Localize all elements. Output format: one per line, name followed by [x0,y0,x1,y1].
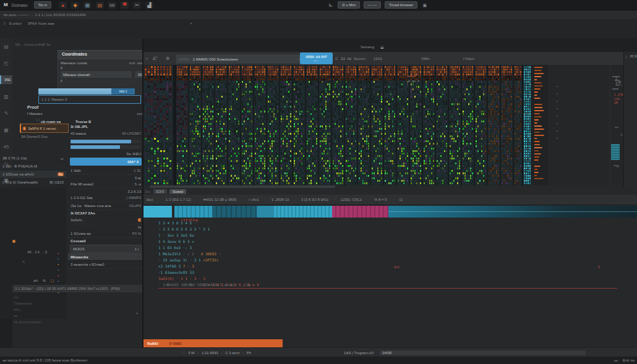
tab-yours[interactable]: 3P6A Yours aaa [28,21,54,26]
tab-e33[interactable]: E3/3 [153,189,167,194]
s2-icon[interactable]: S2 [341,56,345,61]
device-button[interactable]: D u Mini [338,1,360,9]
code-line-1[interactable]: 1 3 4 3 6 3 4 5 · [158,220,635,226]
band-segment-fade[interactable] [388,206,637,218]
slider-handle[interactable]: MM 3 [111,88,135,95]
rail-item-5[interactable]: ▦ [0,125,12,134]
layer-row-1[interactable]: 1 3Et · B PVEAUA.M [0,163,66,171]
menu-domains[interactable]: Domaso [12,2,28,8]
odun-item[interactable]: f Odun [463,56,474,61]
tray-icon[interactable]: ▣ [422,2,427,8]
crumb-item-7[interactable]: % 8 = 5 [374,198,387,201]
code-line-9[interactable]: ·1 63aeav3vO3 33 [158,269,635,276]
code-line-6[interactable]: 1 Mo3a33t3 · / 2 A 36E03 · [158,251,635,257]
timeline-band[interactable] [143,206,637,218]
bottom-right-text[interactable]: Entr se [623,358,635,362]
code-line-7[interactable]: · 33 ao3ay 3( · 3 1 +3FT33( [158,257,635,263]
af-icon[interactable]: A£ [347,56,351,61]
recent-item-2[interactable]: NG~ [14,307,140,313]
user-icon[interactable]: ◆ [71,2,79,9]
timed-browser-button[interactable]: Timed browser [385,1,417,9]
chevron-up-icon[interactable]: ▴ [136,310,138,315]
b-badge[interactable]: 3B [630,54,633,58]
zoom-slider[interactable]: MM 3 [38,88,135,95]
cut-icon[interactable]: ✂ [133,2,141,9]
rail-item-1[interactable]: ◰ [0,59,12,67]
row-f-label[interactable]: f Maeaes [27,112,43,116]
text-field[interactable]: M(3O31 i [70,245,142,253]
tab-soasd[interactable]: Soasd [169,189,186,194]
crumb-item-8[interactable]: (1 [400,198,403,201]
layer-row-3[interactable]: { 40'a 3( OaraAeaa0sB) CE23 [0,179,66,187]
rail-item-3[interactable]: ▥ [0,92,12,101]
chevron-down-icon[interactable]: ▾ [190,21,192,26]
own-item[interactable]: OWn [421,56,430,61]
delta-icon[interactable]: Δ° [153,56,157,61]
recent-item-3[interactable]: ae [14,313,140,319]
copy-icon[interactable]: ⧉ [43,278,45,283]
code-line-5[interactable]: 1 1 O3 6o3 ·: 3 [158,245,635,251]
m-badge[interactable]: 3M [634,54,637,58]
crumb-item-2[interactable]: #4001 3J 3B µ 3805 [203,198,236,201]
band-segment-cyan-med[interactable] [257,206,274,218]
code-line-10[interactable]: 3a63(6( · 3 1 · 3 · 3 [158,276,635,282]
rail-item-6[interactable]: 45 [0,142,12,151]
lin1-item[interactable]: 12A1 [374,56,382,61]
band-segment-cyan-bright[interactable] [143,206,172,218]
code-line-2[interactable]: · 3 3 6 6 3 6 3 3 ° 3 1 [158,226,635,232]
split-button[interactable]: — — [364,1,381,9]
toggle-icon[interactable]: ⬓ [380,44,384,49]
recent-item-1[interactable]: Thateawvei [14,300,140,307]
rail-item-0[interactable]: ▤ [0,42,12,51]
refresh-icon[interactable]: ↻ [22,260,25,265]
layer-row-2[interactable]: 1 S3Goar oa aAvGBa [0,171,66,179]
mini-icon-3[interactable]: ▪ [58,268,64,273]
recent-item-0[interactable]: C1 [14,294,140,300]
warning-icon[interactable]: ▢ [51,278,54,283]
crumb-item-1[interactable]: 1 3 i302 1,7 C2 [166,198,191,201]
tab-onion[interactable]: S onion [9,21,21,26]
menu-trim-button[interactable]: Tw m [34,1,51,9]
dataset-dropdown[interactable]: 30000 1 MMMS O00 Soiactioseee ▾ [175,54,304,64]
code-line-4[interactable]: 1 4 3ovw 6 6 3 + [158,239,635,245]
crumb-item-4[interactable]: 3 ,2838 13 [271,198,289,201]
recent-item-4[interactable]: nb sound reason [14,319,140,325]
grid-icon[interactable]: ▦ [83,2,92,9]
layers-icon[interactable]: ▤ [96,2,104,9]
selected-range-field[interactable]: 1 1 1 'Maeaet 3' · [38,95,141,104]
code-editor[interactable]: 1 3 4 3 6 3 4 5 ·· 3 3 6 6 3 6 3 3 ° 3 1… [158,220,635,289]
status-meter[interactable]: 04/05 [380,350,586,355]
crumb-item-5[interactable]: 3 [3 8 3O 8.9A1] [301,198,328,201]
c-icon[interactable]: C [335,56,338,61]
record-dot[interactable] [12,240,15,243]
mini-icon-2[interactable]: ▪ [58,262,64,268]
layer-row-0[interactable]: 3B 3 T6 (1 Oa)↩ [0,154,66,163]
crumb-item-0[interactable]: 3av) [146,198,153,201]
code-line-3[interactable]: [ · 3ov 3 3e3 6a [158,232,635,239]
chart-icon[interactable]: ▟ [145,2,153,9]
text-tool-icon[interactable]: aA [33,278,38,283]
band-segment-cyan-tex2[interactable] [274,206,332,218]
flame-icon[interactable]: ▲ [59,2,67,9]
apply-button[interactable]: 43A* 2 [70,158,142,166]
rail-item-2[interactable]: 35E [0,75,14,84]
name-input[interactable]: Mbeaoe cbwvah [60,70,132,78]
crumb-item-6[interactable]: 1233): O3C1 [341,198,362,201]
crumb-item-3[interactable]: / +6v1 [249,198,259,201]
flag-icon[interactable]: ▀ [121,2,129,9]
menu-icon[interactable]: ≡ [625,54,628,59]
btr-label[interactable]: btr [108,2,116,9]
update-button[interactable]: UP3A· AA VVT — · [300,53,333,64]
soovm-item[interactable]: Soovm [354,56,366,61]
gear-icon[interactable]: ⚙ [166,56,169,61]
render-progress-bar[interactable]: Ra893 · (7 8983 [143,339,283,347]
bracket-icon[interactable]: ⌐ [146,56,148,61]
breadcrumb[interactable]: bs ouro ——— · ·· 1 1 1 | LLL DC018 CO191… [4,12,86,17]
band-segment-cyan-tex[interactable] [174,206,212,218]
band-segment-magenta[interactable] [332,206,388,218]
rail-item-4[interactable]: ✎ [0,109,12,117]
data-grid-heatmap[interactable]: mmKuM4 ro 32 tvM3or.1.A7ECOO-UM· 33· [143,65,623,185]
handle-icon[interactable]: ▬ [614,358,618,362]
mini-icon-1[interactable]: ▪ [58,256,64,262]
mini-icon-0[interactable]: ▪ [58,251,64,256]
